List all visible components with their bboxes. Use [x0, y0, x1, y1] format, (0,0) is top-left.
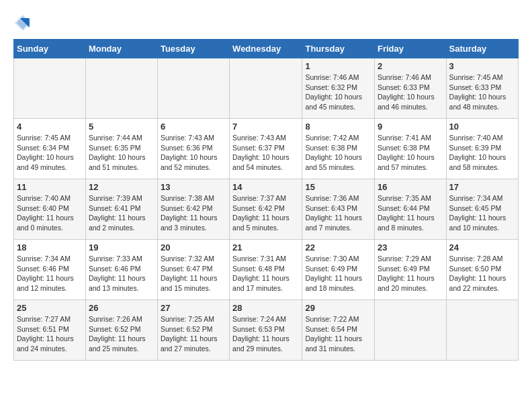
day-info: Sunrise: 7:46 AM Sunset: 6:32 PM Dayligh… [305, 73, 371, 112]
day-info: Sunrise: 7:42 AM Sunset: 6:38 PM Dayligh… [305, 133, 371, 173]
day-number: 28 [232, 303, 299, 313]
day-info: Sunrise: 7:30 AM Sunset: 6:49 PM Dayligh… [305, 254, 371, 293]
day-info: Sunrise: 7:27 AM Sunset: 6:51 PM Dayligh… [17, 314, 83, 354]
calendar-cell: 2Sunrise: 7:46 AM Sunset: 6:33 PM Daylig… [375, 58, 447, 119]
day-info: Sunrise: 7:41 AM Sunset: 6:38 PM Dayligh… [378, 133, 443, 173]
calendar-cell: 13Sunrise: 7:38 AM Sunset: 6:42 PM Dayli… [157, 179, 229, 240]
day-number: 12 [89, 182, 154, 192]
day-info: Sunrise: 7:31 AM Sunset: 6:48 PM Dayligh… [232, 254, 299, 293]
calendar-week-row: 11Sunrise: 7:40 AM Sunset: 6:40 PM Dayli… [14, 179, 519, 240]
logo [13, 13, 35, 32]
day-number: 18 [17, 242, 83, 253]
day-info: Sunrise: 7:40 AM Sunset: 6:39 PM Dayligh… [449, 133, 515, 173]
calendar-cell: 4Sunrise: 7:45 AM Sunset: 6:34 PM Daylig… [14, 119, 86, 179]
logo-icon [13, 13, 32, 32]
calendar-cell: 29Sunrise: 7:22 AM Sunset: 6:54 PM Dayli… [302, 300, 375, 361]
day-number: 8 [305, 122, 371, 132]
calendar-cell [446, 300, 518, 361]
calendar-week-row: 25Sunrise: 7:27 AM Sunset: 6:51 PM Dayli… [14, 300, 519, 361]
calendar-cell: 20Sunrise: 7:32 AM Sunset: 6:47 PM Dayli… [157, 240, 229, 300]
day-number: 21 [232, 242, 299, 253]
calendar-cell [157, 58, 229, 119]
day-info: Sunrise: 7:25 AM Sunset: 6:52 PM Dayligh… [161, 314, 226, 354]
day-info: Sunrise: 7:34 AM Sunset: 6:45 PM Dayligh… [449, 193, 515, 233]
day-number: 15 [305, 182, 371, 192]
day-number: 20 [161, 242, 226, 253]
calendar-week-row: 18Sunrise: 7:34 AM Sunset: 6:46 PM Dayli… [14, 240, 519, 300]
calendar-cell: 11Sunrise: 7:40 AM Sunset: 6:40 PM Dayli… [14, 179, 86, 240]
day-number: 25 [17, 303, 83, 313]
day-number: 7 [232, 122, 299, 132]
day-info: Sunrise: 7:43 AM Sunset: 6:37 PM Dayligh… [232, 133, 299, 173]
day-number: 10 [449, 122, 515, 132]
day-number: 6 [161, 122, 226, 132]
weekday-header: Monday [85, 40, 157, 58]
calendar-cell: 24Sunrise: 7:28 AM Sunset: 6:50 PM Dayli… [446, 240, 518, 300]
calendar-cell: 28Sunrise: 7:24 AM Sunset: 6:53 PM Dayli… [230, 300, 302, 361]
day-number: 22 [305, 242, 371, 253]
day-number: 17 [449, 182, 515, 192]
calendar-cell: 23Sunrise: 7:29 AM Sunset: 6:49 PM Dayli… [375, 240, 447, 300]
day-number: 5 [89, 122, 154, 132]
calendar-cell: 12Sunrise: 7:39 AM Sunset: 6:41 PM Dayli… [85, 179, 157, 240]
calendar-cell: 19Sunrise: 7:33 AM Sunset: 6:46 PM Dayli… [85, 240, 157, 300]
day-info: Sunrise: 7:40 AM Sunset: 6:40 PM Dayligh… [17, 193, 83, 233]
calendar-cell [375, 300, 447, 361]
calendar-cell: 15Sunrise: 7:36 AM Sunset: 6:43 PM Dayli… [302, 179, 375, 240]
day-info: Sunrise: 7:26 AM Sunset: 6:52 PM Dayligh… [89, 314, 154, 354]
day-info: Sunrise: 7:45 AM Sunset: 6:33 PM Dayligh… [449, 73, 515, 112]
day-number: 14 [232, 182, 299, 192]
day-info: Sunrise: 7:38 AM Sunset: 6:42 PM Dayligh… [161, 193, 226, 233]
day-info: Sunrise: 7:34 AM Sunset: 6:46 PM Dayligh… [17, 254, 83, 293]
calendar-cell: 25Sunrise: 7:27 AM Sunset: 6:51 PM Dayli… [14, 300, 86, 361]
day-info: Sunrise: 7:44 AM Sunset: 6:35 PM Dayligh… [89, 133, 154, 173]
day-number: 4 [17, 122, 83, 132]
day-number: 19 [89, 242, 154, 253]
weekday-header: Wednesday [230, 40, 302, 58]
calendar-cell: 9Sunrise: 7:41 AM Sunset: 6:38 PM Daylig… [375, 119, 447, 179]
calendar-cell: 16Sunrise: 7:35 AM Sunset: 6:44 PM Dayli… [375, 179, 447, 240]
calendar-cell: 3Sunrise: 7:45 AM Sunset: 6:33 PM Daylig… [446, 58, 518, 119]
day-info: Sunrise: 7:29 AM Sunset: 6:49 PM Dayligh… [378, 254, 443, 293]
day-number: 26 [89, 303, 154, 313]
calendar-cell: 6Sunrise: 7:43 AM Sunset: 6:36 PM Daylig… [157, 119, 229, 179]
day-number: 16 [378, 182, 443, 192]
day-number: 23 [378, 242, 443, 253]
weekday-header: Friday [375, 40, 447, 58]
day-info: Sunrise: 7:39 AM Sunset: 6:41 PM Dayligh… [89, 193, 154, 233]
calendar-table: SundayMondayTuesdayWednesdayThursdayFrid… [13, 39, 519, 361]
day-info: Sunrise: 7:45 AM Sunset: 6:34 PM Dayligh… [17, 133, 83, 173]
day-info: Sunrise: 7:22 AM Sunset: 6:54 PM Dayligh… [305, 314, 371, 354]
weekday-header: Tuesday [157, 40, 229, 58]
calendar-cell [230, 58, 302, 119]
day-info: Sunrise: 7:46 AM Sunset: 6:33 PM Dayligh… [378, 73, 443, 112]
calendar-week-row: 1Sunrise: 7:46 AM Sunset: 6:32 PM Daylig… [14, 58, 519, 119]
day-number: 24 [449, 242, 515, 253]
day-number: 2 [378, 61, 443, 71]
calendar-cell: 1Sunrise: 7:46 AM Sunset: 6:32 PM Daylig… [302, 58, 375, 119]
day-number: 13 [161, 182, 226, 192]
day-info: Sunrise: 7:32 AM Sunset: 6:47 PM Dayligh… [161, 254, 226, 293]
day-info: Sunrise: 7:37 AM Sunset: 6:42 PM Dayligh… [232, 193, 299, 233]
day-number: 3 [449, 61, 515, 71]
calendar-cell: 18Sunrise: 7:34 AM Sunset: 6:46 PM Dayli… [14, 240, 86, 300]
calendar-cell: 8Sunrise: 7:42 AM Sunset: 6:38 PM Daylig… [302, 119, 375, 179]
day-number: 27 [161, 303, 226, 313]
day-info: Sunrise: 7:33 AM Sunset: 6:46 PM Dayligh… [89, 254, 154, 293]
calendar-cell: 27Sunrise: 7:25 AM Sunset: 6:52 PM Dayli… [157, 300, 229, 361]
day-number: 29 [305, 303, 371, 313]
calendar-cell: 22Sunrise: 7:30 AM Sunset: 6:49 PM Dayli… [302, 240, 375, 300]
weekday-header: Saturday [446, 40, 518, 58]
day-number: 1 [305, 61, 371, 71]
calendar-cell: 17Sunrise: 7:34 AM Sunset: 6:45 PM Dayli… [446, 179, 518, 240]
calendar-cell: 5Sunrise: 7:44 AM Sunset: 6:35 PM Daylig… [85, 119, 157, 179]
calendar-cell [85, 58, 157, 119]
calendar-cell: 14Sunrise: 7:37 AM Sunset: 6:42 PM Dayli… [230, 179, 302, 240]
day-number: 11 [17, 182, 83, 192]
weekday-header: Thursday [302, 40, 375, 58]
weekday-header-row: SundayMondayTuesdayWednesdayThursdayFrid… [14, 40, 519, 58]
calendar-cell: 10Sunrise: 7:40 AM Sunset: 6:39 PM Dayli… [446, 119, 518, 179]
calendar-week-row: 4Sunrise: 7:45 AM Sunset: 6:34 PM Daylig… [14, 119, 519, 179]
calendar-cell: 7Sunrise: 7:43 AM Sunset: 6:37 PM Daylig… [230, 119, 302, 179]
calendar-cell: 26Sunrise: 7:26 AM Sunset: 6:52 PM Dayli… [85, 300, 157, 361]
